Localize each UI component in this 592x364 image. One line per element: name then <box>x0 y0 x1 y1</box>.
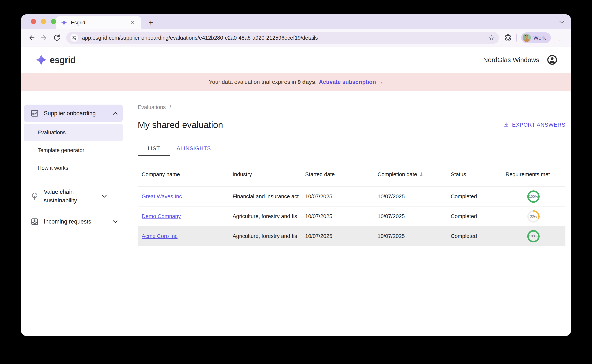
profile-label: Work <box>533 35 546 41</box>
banner-days: 9 days <box>298 79 315 85</box>
status-cell: Completed <box>447 193 502 200</box>
table-row[interactable]: Acme Corp Inc Agriculture, forestry and … <box>138 226 566 246</box>
requirements-ring: 100% <box>527 230 540 242</box>
completion-date-cell: 10/07/2025 <box>374 213 447 219</box>
minimize-window-button[interactable] <box>41 19 46 24</box>
chevron-down-icon <box>113 220 118 223</box>
site-settings-icon[interactable] <box>70 34 78 42</box>
sidebar-item-label: Supplier onboarding <box>44 109 113 118</box>
toolbar-divider <box>516 34 517 41</box>
logo-text: esgrid <box>50 55 76 65</box>
table-body: Great Waves Inc Financial and insurance … <box>138 187 566 246</box>
reload-button[interactable] <box>52 32 62 43</box>
requirements-ring: 100% <box>527 190 540 203</box>
started-date-cell: 10/07/2025 <box>301 193 374 200</box>
status-cell: Completed <box>447 233 502 239</box>
esgrid-favicon-icon <box>61 20 67 26</box>
sort-descending-icon <box>419 172 424 177</box>
extensions-icon[interactable] <box>504 34 512 42</box>
completion-date-cell: 10/07/2025 <box>374 233 447 239</box>
browser-tab-strip: Esgrid ✕ + <box>21 14 571 29</box>
tab-search-chevron-icon[interactable] <box>558 19 566 25</box>
sidebar-item-supplier-onboarding[interactable]: Supplier onboarding <box>24 104 123 122</box>
banner-text: Your data evaluation trial expires in 9 … <box>209 79 317 85</box>
started-date-cell: 10/07/2025 <box>301 233 374 239</box>
column-header-completion-date[interactable]: Completion date <box>374 171 447 177</box>
tab-list[interactable]: LIST <box>138 141 170 156</box>
inbox-icon <box>30 217 39 226</box>
page-title: My shared evaluation <box>138 120 223 130</box>
table-row[interactable]: Demo Company Agriculture, forestry and f… <box>138 207 566 226</box>
new-tab-button[interactable]: + <box>146 18 156 27</box>
breadcrumb-separator: / <box>169 104 171 110</box>
company-link[interactable]: Great Waves Inc <box>142 193 182 199</box>
browser-tab[interactable]: Esgrid ✕ <box>56 16 141 29</box>
sidebar-item-evaluations[interactable]: Evaluations <box>24 124 123 141</box>
industry-cell: Agriculture, forestry and fis <box>229 213 301 219</box>
browser-menu-icon[interactable]: ⋮ <box>555 34 565 41</box>
forward-button[interactable] <box>39 32 49 43</box>
tab-ai-insights[interactable]: AI INSIGHTS <box>170 141 218 156</box>
completion-date-cell: 10/07/2025 <box>374 193 447 200</box>
sidebar-item-label: Value chain sustainability <box>44 188 102 205</box>
url-bar[interactable]: app.esgrid.com/supplier-onboarding/evalu… <box>66 32 499 44</box>
company-name: NordGlas Windows <box>483 56 539 64</box>
column-header-started-date[interactable]: Started date <box>301 171 374 177</box>
back-button[interactable] <box>26 32 37 43</box>
export-answers-label: EXPORT ANSWERS <box>512 122 566 128</box>
account-icon[interactable] <box>547 55 557 65</box>
esgrid-logo[interactable]: esgrid <box>35 54 76 66</box>
profile-chip[interactable]: Work <box>521 32 551 43</box>
table-row[interactable]: Great Waves Inc Financial and insurance … <box>138 187 566 207</box>
browser-toolbar: app.esgrid.com/supplier-onboarding/evalu… <box>21 29 571 47</box>
close-window-button[interactable] <box>31 19 36 24</box>
requirements-percent: 100% <box>529 234 538 238</box>
column-header-industry[interactable]: Industry <box>229 171 301 177</box>
esgrid-logo-icon <box>35 54 47 66</box>
sidebar-item-value-chain[interactable]: Value chain sustainability <box>24 182 123 210</box>
tree-icon <box>30 192 39 201</box>
breadcrumb-evaluations[interactable]: Evaluations <box>138 104 166 110</box>
export-answers-button[interactable]: EXPORT ANSWERS <box>503 122 566 128</box>
url-text[interactable]: app.esgrid.com/supplier-onboarding/evalu… <box>82 35 488 41</box>
company-link[interactable]: Demo Company <box>142 213 181 219</box>
requirements-percent: 100% <box>529 195 538 199</box>
tab-title: Esgrid <box>71 20 129 26</box>
requirements-percent: 33% <box>530 214 537 219</box>
company-link[interactable]: Acme Corp Inc <box>142 233 178 239</box>
column-header-status[interactable]: Status <box>447 171 502 177</box>
browser-window: Esgrid ✕ + app.esgrid.com/supplier-onboa… <box>21 14 571 336</box>
chevron-up-icon <box>113 112 118 115</box>
industry-cell: Agriculture, forestry and fis <box>229 233 301 239</box>
sidebar-item-incoming-requests[interactable]: Incoming requests <box>24 211 123 232</box>
main-panel: Evaluations / My shared evaluation EXPOR… <box>126 91 571 336</box>
tab-close-icon[interactable]: ✕ <box>129 19 137 26</box>
column-header-requirements-met[interactable]: Requirements met <box>502 171 565 177</box>
breadcrumb[interactable]: Evaluations / <box>138 104 566 110</box>
chevron-down-icon <box>102 195 107 198</box>
window-controls[interactable] <box>31 19 56 24</box>
sidebar-item-template-generator[interactable]: Template generator <box>24 141 123 159</box>
table-header: Company name Industry Started date Compl… <box>138 156 566 187</box>
sidebar: Supplier onboarding Evaluations Template… <box>21 91 126 336</box>
trial-banner: Your data evaluation trial expires in 9 … <box>21 73 571 91</box>
sidebar-item-how-it-works[interactable]: How it works <box>24 159 123 177</box>
sidebar-item-label: Incoming requests <box>44 217 113 226</box>
industry-cell: Financial and insurance act <box>229 193 301 200</box>
profile-avatar <box>523 34 531 42</box>
status-cell: Completed <box>447 213 502 219</box>
column-header-company-name[interactable]: Company name <box>138 171 229 177</box>
zoom-window-button[interactable] <box>51 19 56 24</box>
started-date-cell: 10/07/2025 <box>301 213 374 219</box>
tab-bar: LIST AI INSIGHTS <box>138 141 566 156</box>
activate-subscription-link[interactable]: Activate subscription → <box>319 79 383 85</box>
app-header: esgrid NordGlas Windows <box>21 47 571 73</box>
requirements-ring: 33% <box>527 210 540 223</box>
bookmark-star-icon[interactable]: ☆ <box>488 34 496 42</box>
checklist-icon <box>30 109 39 118</box>
download-icon <box>503 122 509 128</box>
